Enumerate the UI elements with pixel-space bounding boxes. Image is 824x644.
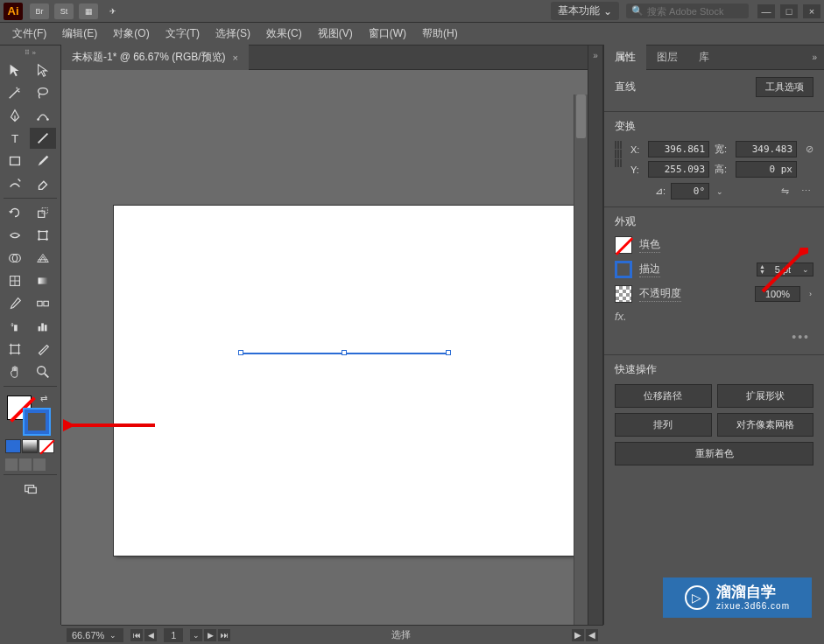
search-stock[interactable]: 🔍	[626, 4, 749, 18]
more-options-icon[interactable]: ⋯	[798, 184, 813, 200]
screen-mode-tool[interactable]	[18, 479, 44, 500]
menu-help[interactable]: 帮助(H)	[415, 23, 465, 45]
magic-wand-tool[interactable]	[2, 82, 28, 103]
expand-shape-button[interactable]: 扩展形状	[717, 384, 814, 408]
gradient-tool[interactable]	[30, 270, 56, 291]
collapsed-panels-strip[interactable]: »	[588, 46, 603, 625]
lasso-tool[interactable]	[30, 82, 56, 103]
color-mode-solid[interactable]	[5, 439, 21, 453]
menu-object[interactable]: 对象(O)	[106, 23, 156, 45]
line-tool[interactable]	[30, 128, 56, 149]
angle-dropdown-icon[interactable]: ⌄	[715, 187, 725, 196]
scale-tool[interactable]	[30, 202, 56, 223]
draw-normal-icon[interactable]	[5, 458, 18, 471]
arrange-docs-icon[interactable]: ▦	[79, 4, 98, 19]
stroke-swatch[interactable]	[25, 410, 49, 434]
zoom-tool[interactable]	[30, 361, 56, 382]
menu-window[interactable]: 窗口(W)	[362, 23, 413, 45]
menu-edit[interactable]: 编辑(E)	[55, 23, 104, 45]
blend-tool[interactable]	[30, 293, 56, 314]
tool-options-button[interactable]: 工具选项	[756, 77, 813, 97]
direct-selection-tool[interactable]	[30, 60, 56, 80]
opacity-more-icon[interactable]: ›	[807, 290, 813, 298]
w-input[interactable]	[736, 141, 797, 158]
curvature-tool[interactable]	[30, 105, 56, 126]
reference-point[interactable]	[615, 141, 622, 167]
scrollbar-thumb[interactable]	[576, 94, 586, 138]
stroke-color-swatch[interactable]	[615, 261, 632, 278]
menu-type[interactable]: 文字(T)	[158, 23, 207, 45]
tools-gripper[interactable]: ⠿ »	[2, 49, 59, 58]
tab-layers[interactable]: 图层	[646, 45, 688, 70]
stock-icon[interactable]: St	[54, 4, 74, 19]
opacity-input[interactable]	[755, 286, 800, 302]
eraser-tool[interactable]	[30, 173, 56, 194]
offset-path-button[interactable]: 位移路径	[615, 384, 712, 408]
fill-color-swatch[interactable]	[615, 236, 632, 254]
y-input[interactable]	[648, 161, 709, 178]
tab-libraries[interactable]: 库	[688, 45, 720, 70]
selection-handle-right[interactable]	[446, 350, 451, 355]
rectangle-tool[interactable]	[2, 150, 28, 172]
perspective-grid-tool[interactable]	[30, 248, 56, 269]
workspace-switcher[interactable]: 基本功能 ⌄	[551, 2, 619, 20]
hscroll-right-icon[interactable]: ▶	[572, 629, 584, 641]
shaper-tool[interactable]	[2, 173, 28, 194]
canvas[interactable]	[61, 70, 588, 625]
panel-expand-icon[interactable]: »	[805, 49, 824, 66]
vertical-scrollbar[interactable]	[574, 94, 588, 625]
rotate-tool[interactable]	[2, 202, 28, 223]
pen-tool[interactable]	[2, 105, 28, 126]
paintbrush-tool[interactable]	[30, 150, 56, 172]
artboard-number[interactable]: 1	[164, 628, 183, 642]
close-tab-icon[interactable]: ×	[233, 52, 238, 63]
hscroll-left-icon[interactable]: ◀	[586, 629, 598, 641]
recolor-button[interactable]: 重新着色	[615, 442, 813, 466]
zoom-field[interactable]: 66.67% ⌄	[67, 628, 123, 642]
draw-behind-icon[interactable]	[19, 458, 32, 471]
free-transform-tool[interactable]	[30, 225, 56, 246]
shape-builder-tool[interactable]	[2, 248, 28, 269]
search-input[interactable]	[647, 6, 743, 17]
align-pixel-button[interactable]: 对齐像素网格	[717, 413, 814, 437]
last-artboard-icon[interactable]: ⏭	[218, 629, 230, 641]
color-mode-gradient[interactable]	[22, 439, 38, 453]
eyedropper-tool[interactable]	[2, 293, 28, 314]
stroke-weight-input[interactable]	[767, 264, 799, 275]
horizontal-scrollbar[interactable]: ▶ ◀	[572, 629, 598, 641]
color-mode-none[interactable]	[39, 439, 54, 453]
artboard[interactable]	[114, 206, 574, 556]
first-artboard-icon[interactable]: ⏮	[130, 629, 143, 641]
mesh-tool[interactable]	[2, 270, 28, 291]
menu-effect[interactable]: 效果(C)	[259, 23, 309, 45]
minimize-button[interactable]: —	[757, 4, 775, 18]
fx-icon[interactable]: fx.	[615, 310, 627, 323]
menu-view[interactable]: 视图(V)	[311, 23, 360, 45]
appearance-more-icon[interactable]: •••	[615, 330, 813, 347]
width-tool[interactable]	[2, 225, 28, 246]
flip-horizontal-icon[interactable]: ⇋	[777, 184, 792, 200]
opacity-swatch[interactable]	[615, 285, 632, 303]
document-tab[interactable]: 未标题-1* @ 66.67% (RGB/预览) ×	[61, 45, 249, 70]
hand-tool[interactable]	[2, 361, 28, 382]
selection-tool[interactable]	[2, 60, 28, 80]
angle-input[interactable]	[671, 183, 709, 200]
artboard-tool[interactable]	[2, 339, 28, 360]
next-artboard-icon[interactable]: ▶	[204, 629, 216, 641]
swap-fill-stroke-icon[interactable]: ⇄	[40, 394, 47, 403]
stroke-weight-field[interactable]: ▲▼ ⌄	[757, 262, 813, 276]
prev-artboard-icon[interactable]: ◀	[144, 629, 157, 641]
stepper-down-icon[interactable]: ▼	[759, 270, 765, 275]
type-tool[interactable]: T	[2, 128, 28, 149]
x-input[interactable]	[648, 141, 709, 158]
maximize-button[interactable]: □	[780, 4, 798, 18]
selection-handle-mid[interactable]	[342, 350, 347, 355]
zoom-dropdown-icon[interactable]: ⌄	[108, 631, 118, 640]
arrange-button[interactable]: 排列	[615, 413, 712, 437]
fill-stroke-swatch[interactable]: ⇄	[5, 394, 54, 436]
gpu-icon[interactable]: ✈	[103, 4, 123, 19]
artboard-dropdown-icon[interactable]: ⌄	[190, 629, 202, 641]
menu-file[interactable]: 文件(F)	[5, 23, 53, 45]
slice-tool[interactable]	[30, 339, 56, 360]
symbol-sprayer-tool[interactable]	[2, 316, 28, 337]
